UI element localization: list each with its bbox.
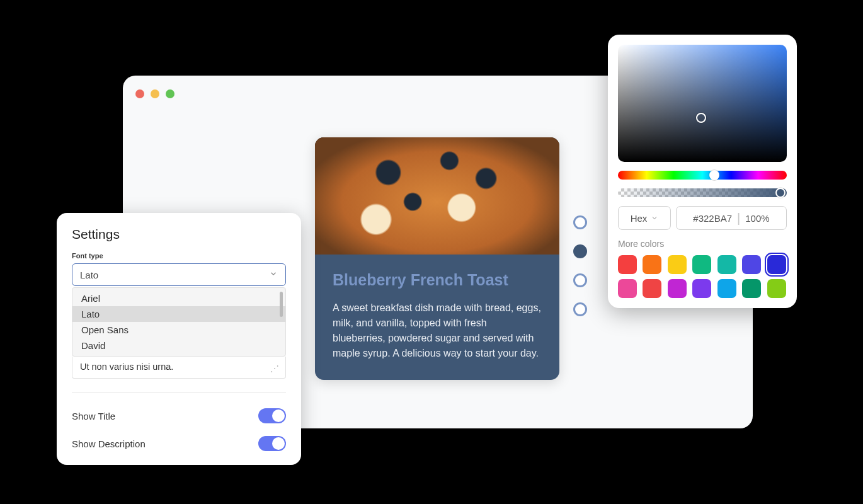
card-body: Blueberry French Toast A sweet breakfast… <box>315 255 559 380</box>
swatch-0[interactable] <box>618 255 637 274</box>
font-option-lato[interactable]: Lato <box>72 306 285 322</box>
toggle-show-title[interactable] <box>258 408 286 423</box>
settings-textarea[interactable]: Ut non varius nisi urna. ⋰ <box>72 357 286 379</box>
hex-value: #322BA7 <box>693 213 732 224</box>
hex-separator: | <box>737 211 740 226</box>
card-description: A sweet breakfast dish made with bread, … <box>333 301 542 361</box>
sv-cursor-icon[interactable] <box>696 113 706 123</box>
font-type-dropdown: Ariel Lato Open Sans David <box>72 287 286 357</box>
alpha-thumb-icon[interactable] <box>775 188 786 198</box>
swatch-1[interactable] <box>643 255 661 274</box>
swatch-2[interactable] <box>668 255 687 274</box>
card-title: Blueberry French Toast <box>333 271 542 289</box>
alpha-slider[interactable] <box>618 188 787 197</box>
chevron-down-icon <box>269 270 278 280</box>
preview-card: Blueberry French Toast A sweet breakfast… <box>315 137 559 380</box>
scheme-dot-1[interactable] <box>573 215 587 229</box>
settings-title: Settings <box>72 227 286 242</box>
swatch-8[interactable] <box>643 279 661 298</box>
opacity-value: 100% <box>745 213 769 224</box>
minimize-window-icon[interactable] <box>151 89 159 98</box>
color-format-value: Hex <box>631 213 648 224</box>
close-window-icon[interactable] <box>135 89 144 98</box>
saturation-value-area[interactable] <box>618 45 787 162</box>
hex-input[interactable]: #322BA7 | 100% <box>676 206 787 230</box>
font-type-select[interactable]: Lato <box>72 263 286 286</box>
card-image <box>315 137 559 255</box>
hue-slider[interactable] <box>618 171 787 180</box>
textarea-value: Ut non varius nisi urna. <box>80 362 173 372</box>
divider <box>72 392 286 393</box>
swatch-12[interactable] <box>742 279 761 298</box>
font-option-ariel[interactable]: Ariel <box>72 290 285 306</box>
dropdown-scrollbar[interactable] <box>280 292 283 317</box>
resize-grip-icon[interactable]: ⋰ <box>270 365 278 372</box>
font-type-label: Font type <box>72 252 286 260</box>
swatch-10[interactable] <box>692 279 711 298</box>
swatch-9[interactable] <box>668 279 687 298</box>
settings-panel: Settings Font type Lato Ariel Lato Open … <box>57 213 301 465</box>
font-option-open-sans[interactable]: Open Sans <box>72 322 285 338</box>
font-option-david[interactable]: David <box>72 338 285 353</box>
scheme-dot-3[interactable] <box>573 273 587 287</box>
swatch-grid <box>618 255 787 298</box>
toggle-show-title-label: Show Title <box>72 411 115 421</box>
swatch-11[interactable] <box>717 279 736 298</box>
traffic-lights <box>135 89 174 98</box>
swatch-4[interactable] <box>717 255 736 274</box>
swatch-7[interactable] <box>618 279 637 298</box>
font-type-value: Lato <box>80 270 98 280</box>
more-colors-label: More colors <box>618 239 787 249</box>
scheme-dot-2[interactable] <box>573 244 587 258</box>
swatch-13[interactable] <box>767 279 786 298</box>
toggle-show-title-row: Show Title <box>72 402 286 430</box>
chevron-down-icon <box>651 214 658 222</box>
maximize-window-icon[interactable] <box>166 89 174 98</box>
color-picker: Hex #322BA7 | 100% More colors <box>608 35 797 308</box>
swatch-3[interactable] <box>692 255 711 274</box>
scheme-selector <box>573 215 587 316</box>
scheme-dot-4[interactable] <box>573 302 587 316</box>
swatch-5[interactable] <box>742 255 761 274</box>
toggle-show-description[interactable] <box>258 436 286 451</box>
color-format-select[interactable]: Hex <box>618 206 671 230</box>
swatch-6[interactable] <box>767 255 786 274</box>
hue-thumb-icon[interactable] <box>709 170 719 180</box>
toggle-show-description-row: Show Description <box>72 430 286 457</box>
color-input-row: Hex #322BA7 | 100% <box>618 206 787 230</box>
toggle-show-description-label: Show Description <box>72 438 146 449</box>
